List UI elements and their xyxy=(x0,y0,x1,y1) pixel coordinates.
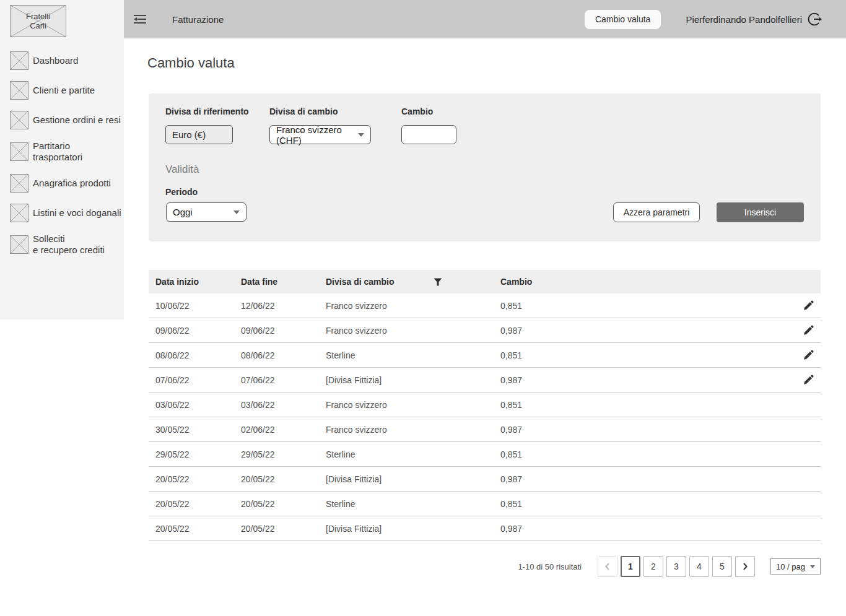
edit-row-button[interactable] xyxy=(790,300,814,311)
collapse-menu-button[interactable] xyxy=(133,12,147,27)
cambio-valuta-nav-button[interactable]: Cambio valuta xyxy=(585,10,661,29)
edit-row-button[interactable] xyxy=(790,349,814,361)
cell-data-fine: 20/05/22 xyxy=(241,499,326,509)
page-title: Cambio valuta xyxy=(147,55,235,71)
sidebar-item-gestione-ordini[interactable]: Gestione ordini e resi xyxy=(10,111,121,129)
period-select[interactable]: Oggi xyxy=(166,202,246,222)
col-data-inizio: Data inizio xyxy=(155,277,241,287)
insert-button[interactable]: Inserisci xyxy=(717,202,804,222)
clear-parameters-button[interactable]: Azzera parametri xyxy=(613,202,700,222)
reference-currency-field: Euro (€) xyxy=(165,125,233,144)
cell-data-inizio: 08/06/22 xyxy=(155,350,241,360)
logout-button[interactable] xyxy=(806,11,822,27)
cell-divisa-di-cambio: Franco svizzero xyxy=(326,326,500,336)
sidebar-item-clienti-e-partite[interactable]: Clienti e partite xyxy=(10,81,121,100)
cell-cambio: 0,851 xyxy=(500,449,790,459)
table-body: 10/06/22 12/06/22 Franco svizzero 0,851 … xyxy=(149,293,821,541)
sidebar-item-anagrafica-prodotti[interactable]: Anagrafica prodotti xyxy=(10,174,121,193)
validity-heading: Validità xyxy=(165,163,199,176)
sidebar-item-label: Dashboard xyxy=(33,55,78,66)
page-button-2[interactable]: 2 xyxy=(643,556,663,577)
cell-cambio: 0,987 xyxy=(500,375,790,385)
sidebar-item-label: Listini e voci doganali xyxy=(33,207,121,219)
table-row: 20/05/22 20/05/22 [Divisa Fittizia] 0,98… xyxy=(149,467,821,492)
placeholder-image-icon xyxy=(10,51,28,70)
rate-input[interactable] xyxy=(401,125,456,144)
column-filter-button[interactable] xyxy=(434,278,442,286)
sidebar-nav: Dashboard Clienti e partite Gestione ord… xyxy=(10,51,121,267)
user-name: Pierferdinando Pandolfellieri xyxy=(686,14,802,25)
sidebar-item-partitario-trasportatori[interactable]: Partitario trasportatori xyxy=(10,141,121,163)
page-button-3[interactable]: 3 xyxy=(666,556,686,577)
cell-divisa-di-cambio: [Divisa Fittizia] xyxy=(326,474,500,484)
cell-data-inizio: 09/06/22 xyxy=(155,326,241,336)
exchange-currency-select[interactable]: Franco svizzero (CHF) xyxy=(269,125,371,144)
page-size-value: 10 / pag xyxy=(776,562,805,571)
sidebar-item-dashboard[interactable]: Dashboard xyxy=(10,51,121,70)
cell-cambio: 0,851 xyxy=(500,400,790,410)
sidebar-item-label: Anagrafica prodotti xyxy=(33,178,111,189)
table-row: 20/05/22 20/05/22 Sterline 0,851 xyxy=(149,492,821,516)
period-value: Oggi xyxy=(173,207,193,217)
cell-data-fine: 07/06/22 xyxy=(241,375,326,385)
page-button-5[interactable]: 5 xyxy=(712,556,732,577)
cell-cambio: 0,851 xyxy=(500,499,790,509)
col-divisa-di-cambio: Divisa di cambio xyxy=(326,277,394,287)
chevron-down-icon xyxy=(233,210,240,214)
cell-divisa-di-cambio: Franco svizzero xyxy=(326,400,500,410)
period-label: Periodo xyxy=(165,187,198,197)
prev-page-button[interactable] xyxy=(598,556,617,577)
cell-data-inizio: 03/06/22 xyxy=(155,400,241,410)
placeholder-image-icon xyxy=(10,235,28,254)
table-row: 10/06/22 12/06/22 Franco svizzero 0,851 xyxy=(149,293,821,318)
logo-text: Fratelli Carli xyxy=(10,5,66,37)
cell-cambio: 0,987 xyxy=(500,524,790,534)
chevron-right-icon xyxy=(741,562,749,571)
cell-divisa-di-cambio: [Divisa Fittizia] xyxy=(326,524,500,534)
sidebar-item-label: Partitario trasportatori xyxy=(33,141,121,163)
cell-data-fine: 09/06/22 xyxy=(241,326,326,336)
company-logo: Fratelli Carli xyxy=(10,5,66,37)
pagination: 1-10 di 50 risultati 1 2 3 4 5 10 / pag xyxy=(149,556,821,577)
placeholder-image-icon xyxy=(10,174,28,193)
col-cambio: Cambio xyxy=(500,277,790,287)
cell-data-inizio: 30/05/22 xyxy=(155,425,241,435)
edit-pencil-icon xyxy=(803,300,814,311)
results-summary: 1-10 di 50 risultati xyxy=(518,562,582,571)
cell-data-inizio: 20/05/22 xyxy=(155,524,241,534)
cell-divisa-di-cambio: Franco svizzero xyxy=(326,425,500,435)
topbar: Fatturazione Cambio valuta Pierferdinand… xyxy=(124,0,846,38)
cell-data-inizio: 20/05/22 xyxy=(155,499,241,509)
logout-icon xyxy=(806,11,822,27)
cell-divisa-di-cambio: [Divisa Fittizia] xyxy=(326,375,500,385)
table-header: Data inizio Data fine Divisa di cambio C… xyxy=(149,270,821,293)
sidebar-item-label: Solleciti e recupero crediti xyxy=(33,233,105,256)
table-row: 08/06/22 08/06/22 Sterline 0,851 xyxy=(149,343,821,368)
sidebar: Fratelli Carli Dashboard Clienti e parti… xyxy=(0,0,124,319)
edit-row-button[interactable] xyxy=(790,324,814,336)
page-size-select[interactable]: 10 / pag xyxy=(770,558,821,575)
cell-divisa-di-cambio: Sterline xyxy=(326,449,500,459)
reference-currency-label: Divisa di riferimento xyxy=(165,106,249,116)
cell-divisa-di-cambio: Sterline xyxy=(326,499,500,509)
edit-row-button[interactable] xyxy=(790,374,814,386)
exchange-form-panel: Divisa di riferimento Euro (€) Divisa di… xyxy=(149,93,821,241)
cell-data-fine: 12/06/22 xyxy=(241,301,326,311)
edit-pencil-icon xyxy=(803,349,814,361)
chevron-left-icon xyxy=(603,562,612,571)
sidebar-item-label: Gestione ordini e resi xyxy=(33,115,121,126)
table-row: 03/06/22 03/06/22 Franco svizzero 0,851 xyxy=(149,393,821,417)
cell-cambio: 0,987 xyxy=(500,326,790,336)
chevron-down-icon xyxy=(358,133,364,137)
sidebar-item-listini-voci-doganali[interactable]: Listini e voci doganali xyxy=(10,204,121,222)
cell-data-inizio: 20/05/22 xyxy=(155,474,241,484)
placeholder-image-icon xyxy=(10,111,28,129)
page-button-4[interactable]: 4 xyxy=(689,556,709,577)
cell-divisa-di-cambio: Franco svizzero xyxy=(326,301,500,311)
next-page-button[interactable] xyxy=(735,556,755,577)
sidebar-item-solleciti-recupero-crediti[interactable]: Solleciti e recupero crediti xyxy=(10,233,121,256)
filter-icon xyxy=(434,278,442,286)
page-button-1[interactable]: 1 xyxy=(621,556,640,577)
sidebar-item-label: Clienti e partite xyxy=(33,85,95,96)
app-section-title: Fatturazione xyxy=(172,14,224,25)
